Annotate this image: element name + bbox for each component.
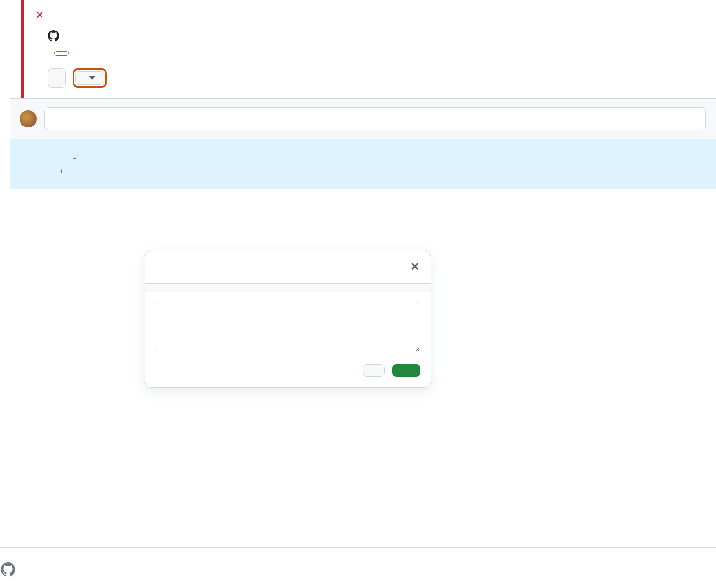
code-scanning-annotation: ✕	[10, 0, 716, 139]
github-icon	[48, 30, 59, 42]
close-icon: ✕	[35, 10, 44, 21]
avatar[interactable]	[20, 110, 37, 127]
close-icon[interactable]: ✕	[411, 261, 419, 273]
github-icon	[1, 562, 15, 577]
reply-input[interactable]	[44, 107, 706, 130]
unfold-down-icon: ⋯↓	[59, 154, 77, 174]
scanner-title	[48, 30, 704, 42]
diff-view: ✕	[10, 0, 716, 189]
reply-row	[10, 98, 716, 139]
hunk-expand-row[interactable]: ⋯↓	[10, 139, 716, 189]
dismiss-alert-highlight	[73, 68, 107, 88]
page-footer	[0, 547, 716, 577]
dismissal-comment-input[interactable]	[156, 301, 420, 352]
show-paths-button[interactable]	[48, 68, 66, 88]
dismiss-alert-submit-button[interactable]	[392, 364, 420, 377]
cancel-button[interactable]	[363, 364, 385, 377]
dismiss-alert-button[interactable]	[75, 71, 104, 85]
severity-badge	[54, 51, 69, 56]
caret-down-icon	[89, 76, 95, 80]
dismiss-alert-dropdown: ✕	[145, 251, 431, 388]
